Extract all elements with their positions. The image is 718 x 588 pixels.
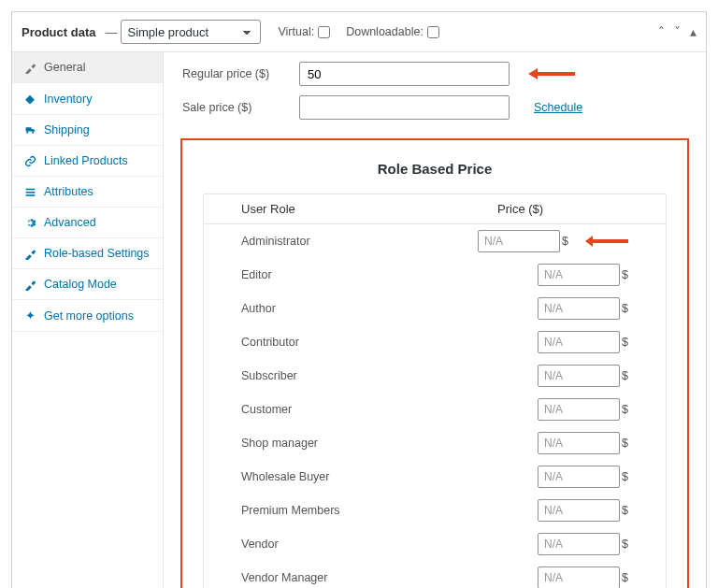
tab-inventory[interactable]: ◆ Inventory <box>12 83 163 115</box>
table-row: Vendor Manager$ <box>204 561 666 588</box>
header-checkboxes: Virtual: Downloadable: <box>278 23 441 41</box>
tab-linked-products[interactable]: Linked Products <box>12 146 163 177</box>
col-price: Price ($) <box>497 202 628 216</box>
role-price-input[interactable] <box>538 331 620 353</box>
currency-label: $ <box>622 302 628 315</box>
tab-general[interactable]: General <box>12 52 163 83</box>
currency-label: $ <box>622 571 628 584</box>
currency-label: $ <box>622 538 628 551</box>
panel-header: Product data — Simple product Virtual: D… <box>12 12 706 52</box>
role-label: Customer <box>241 403 538 416</box>
wrench-icon <box>23 279 36 291</box>
role-price-input[interactable] <box>538 264 620 286</box>
table-row: Subscriber$ <box>204 359 666 393</box>
tab-label: General <box>44 61 85 74</box>
role-price-table: User Role Price ($) Administrator$Editor… <box>203 194 667 588</box>
table-row: Administrator$ <box>204 224 666 258</box>
tab-content: Regular price ($) Sale price ($) Schedul… <box>164 52 706 588</box>
svg-rect-0 <box>25 188 35 190</box>
list-icon <box>23 186 36 198</box>
move-up-icon[interactable]: ˄ <box>658 24 665 39</box>
tab-label: Shipping <box>44 123 90 136</box>
title-separator: — <box>105 25 117 39</box>
role-price-input[interactable] <box>538 533 620 555</box>
panel-title: Product data <box>22 25 95 39</box>
tab-label: Advanced <box>44 216 96 229</box>
role-label: Vendor <box>241 538 538 551</box>
role-price-input[interactable] <box>538 499 620 522</box>
role-price-input[interactable] <box>538 432 620 454</box>
tab-label: Role-based Settings <box>44 247 150 260</box>
annotation-arrow-icon <box>528 68 575 79</box>
role-label: Administrator <box>241 235 478 248</box>
role-label: Contributor <box>241 336 538 349</box>
table-row: Editor$ <box>204 258 666 292</box>
tab-shipping[interactable]: Shipping <box>12 115 163 146</box>
role-price-input[interactable] <box>538 365 620 387</box>
annotation-arrow-icon <box>585 236 628 247</box>
table-row: Wholesale Buyer$ <box>204 460 666 494</box>
gear-icon <box>23 217 36 229</box>
tab-advanced[interactable]: Advanced <box>12 208 163 238</box>
svg-rect-1 <box>25 191 35 193</box>
collapse-icon[interactable]: ▴ <box>690 24 696 39</box>
role-price-input[interactable] <box>538 566 620 588</box>
tab-attributes[interactable]: Attributes <box>12 177 163 208</box>
downloadable-label: Downloadable: <box>346 23 442 41</box>
role-based-price-title: Role Based Price <box>203 161 667 177</box>
move-down-icon[interactable]: ˅ <box>674 24 681 39</box>
svg-rect-2 <box>25 194 35 196</box>
sale-price-row: Sale price ($) Schedule <box>164 95 706 129</box>
col-user-role: User Role <box>241 202 497 216</box>
tab-label: Get more options <box>44 309 134 323</box>
role-label: Shop manager <box>241 437 538 450</box>
panel-body: General ◆ Inventory Shipping Linked Prod… <box>12 52 706 588</box>
role-price-input[interactable] <box>538 466 620 488</box>
link-icon <box>23 155 36 167</box>
panel-controls: ˄ ˅ ▴ <box>658 24 696 39</box>
role-label: Premium Members <box>241 504 538 517</box>
tab-catalog-mode[interactable]: Catalog Mode <box>12 269 163 300</box>
currency-label: $ <box>622 437 628 450</box>
tab-label: Linked Products <box>44 154 128 167</box>
role-price-input[interactable] <box>538 398 620 421</box>
role-label: Author <box>241 302 538 315</box>
inventory-icon: ◆ <box>23 92 36 106</box>
virtual-checkbox[interactable] <box>318 26 330 38</box>
currency-label: $ <box>562 235 568 248</box>
wrench-icon <box>23 62 36 74</box>
virtual-label: Virtual: <box>278 23 333 41</box>
table-header: User Role Price ($) <box>204 194 666 224</box>
regular-price-row: Regular price ($) <box>164 52 706 95</box>
tab-role-based-settings[interactable]: Role-based Settings <box>12 238 163 269</box>
tab-label: Attributes <box>44 185 93 198</box>
sale-price-input[interactable] <box>299 95 510 120</box>
role-price-input[interactable] <box>478 230 560 252</box>
table-row: Customer$ <box>204 393 666 426</box>
currency-label: $ <box>622 369 628 382</box>
downloadable-checkbox[interactable] <box>427 26 439 38</box>
role-label: Vendor Manager <box>241 571 538 584</box>
currency-label: $ <box>622 504 628 517</box>
star-icon: ✦ <box>23 308 36 323</box>
product-data-tabs: General ◆ Inventory Shipping Linked Prod… <box>12 52 164 588</box>
wrench-icon <box>23 248 36 260</box>
role-label: Editor <box>241 268 538 281</box>
regular-price-input[interactable] <box>299 62 510 86</box>
truck-icon <box>23 124 36 136</box>
role-label: Wholesale Buyer <box>241 470 538 483</box>
table-row: Contributor$ <box>204 325 666 359</box>
tab-label: Catalog Mode <box>44 278 117 291</box>
table-row: Author$ <box>204 292 666 325</box>
schedule-link[interactable]: Schedule <box>534 101 582 114</box>
tab-label: Inventory <box>44 93 92 106</box>
currency-label: $ <box>622 470 628 483</box>
product-type-select[interactable]: Simple product <box>121 20 261 44</box>
table-row: Shop manager$ <box>204 426 666 460</box>
currency-label: $ <box>622 268 628 281</box>
role-price-input[interactable] <box>538 297 620 320</box>
tab-get-more-options[interactable]: ✦ Get more options <box>12 300 163 332</box>
role-label: Subscriber <box>241 369 538 382</box>
regular-price-label: Regular price ($) <box>182 67 280 80</box>
table-row: Vendor$ <box>204 527 666 561</box>
